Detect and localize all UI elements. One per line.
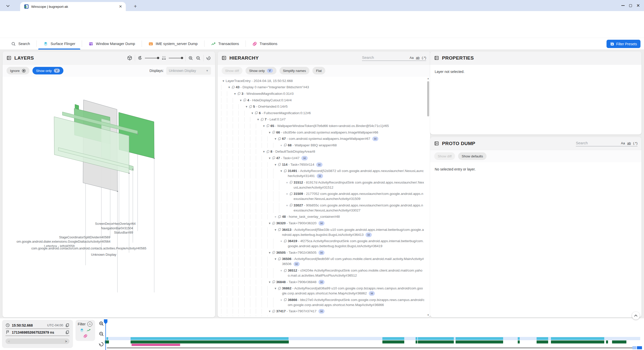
tree-node[interactable]: ▼37418 - ActivityRecord{46d86b3 u0 com.a… xyxy=(221,315,425,316)
tree-root-node[interactable]: ▼LayerTraceEntry - 2024-04-18, 15:50:52.… xyxy=(221,78,425,84)
tab-ime-system-server-dump[interactable]: IME system_server Dump xyxy=(142,38,204,50)
slider-knob[interactable] xyxy=(181,57,183,59)
tree-node[interactable]: ●48 - home_task_overlay_container#48 xyxy=(221,214,425,220)
spacing-slider[interactable] xyxy=(169,58,183,58)
expand-chevron-icon[interactable]: ▼ xyxy=(227,85,231,90)
match-case-icon[interactable]: Aa xyxy=(621,141,625,145)
surface-flinger-segment[interactable] xyxy=(382,337,404,340)
rotation-slider[interactable] xyxy=(145,58,159,58)
scroll-up-icon[interactable]: ▲ xyxy=(427,77,430,80)
tree-node[interactable]: ●36866 - bbc27e0 ActivityRecordInputSink… xyxy=(221,297,425,308)
hierarchy-search-input[interactable] xyxy=(362,55,408,60)
regex-icon[interactable]: (.*) xyxy=(633,141,637,145)
expand-chevron-icon[interactable]: ▼ xyxy=(279,168,284,173)
tree-node[interactable]: ▼67 - com.android.systemui.wallpapers.Im… xyxy=(221,136,425,142)
surface-flinger-segment[interactable] xyxy=(418,337,454,340)
surface-flinger-segment[interactable] xyxy=(518,337,520,340)
collapse-panel-icon[interactable] xyxy=(7,56,11,60)
browser-tab[interactable]: Winscope | bugreport-ak ✕ xyxy=(20,2,126,11)
displays-select[interactable]: Unknown Display ▼ xyxy=(166,67,211,75)
transactions-segment[interactable] xyxy=(518,340,520,343)
transactions-segment[interactable] xyxy=(537,340,548,343)
tree-node[interactable]: ▼36862 - ActivityRecord{a836a99 u10 com.… xyxy=(221,285,425,297)
layers-3d-canvas[interactable]: ScreenDecorHwcOverlay#64 NavigationBar0#… xyxy=(3,77,215,317)
tree-node[interactable]: ●31509 - 2177052 com.google.android.apps… xyxy=(221,191,425,202)
tab-window-manager-dump[interactable]: Window Manager Dump xyxy=(82,38,142,50)
expand-chevron-icon[interactable]: ▼ xyxy=(273,227,278,232)
maximize-icon[interactable] xyxy=(629,4,632,7)
tree-node[interactable]: ●68 - Wallpaper BBQ wrapper#68 xyxy=(221,142,425,149)
transactions-segment[interactable] xyxy=(456,340,503,343)
expand-chevron-icon[interactable]: ▼ xyxy=(267,130,272,135)
transactions-segment[interactable] xyxy=(418,340,454,343)
scrollbar-thumb[interactable] xyxy=(427,81,429,116)
tab-search[interactable]: Search xyxy=(5,38,36,50)
tree-node[interactable]: ▼7 - Leaf:0:1#7 xyxy=(221,116,425,123)
transitions-segment[interactable] xyxy=(132,344,180,346)
transactions-segment[interactable] xyxy=(416,340,417,343)
tree-node[interactable]: ●36419 - 4f275ca ActivityRecordInputSink… xyxy=(221,238,425,249)
filter-presets-button[interactable]: Filter Presets xyxy=(607,40,640,48)
expand-chevron-icon[interactable]: ▼ xyxy=(267,221,272,226)
surface-flinger-segment[interactable] xyxy=(551,337,604,340)
hierarchy-scrollbar[interactable]: ▲ ▼ xyxy=(427,77,430,317)
show-diff-button[interactable]: Show diff xyxy=(222,67,243,74)
collapse-panel-icon[interactable] xyxy=(434,141,439,146)
whole-word-icon[interactable]: ab xyxy=(416,56,419,60)
collapse-timeline-button[interactable] xyxy=(632,312,640,320)
expand-chevron-icon[interactable]: ▼ xyxy=(233,91,237,96)
timeline-tracks[interactable] xyxy=(107,318,640,350)
tree-node[interactable]: ▼36506 - ActivityRecord{9edb56f u0 com.y… xyxy=(221,256,425,268)
tab-search-button[interactable] xyxy=(4,2,12,10)
tab-transitions[interactable]: Transitions xyxy=(246,38,284,50)
tree-node[interactable]: ●31512 - 81917d ActivityRecordInputSink … xyxy=(221,179,425,191)
3d-view-icon[interactable] xyxy=(127,55,132,61)
expand-chevron-icon[interactable]: ▼ xyxy=(273,286,278,291)
timeline-zoom-in-icon[interactable] xyxy=(99,321,104,326)
expand-chevron-icon[interactable]: ▼ xyxy=(221,78,226,83)
surface-flinger-filter-icon[interactable] xyxy=(80,328,84,332)
expand-chevron-icon[interactable]: ▼ xyxy=(273,315,278,316)
surface-flinger-segment[interactable] xyxy=(131,337,289,340)
show-only-visible-button[interactable]: Show only V xyxy=(246,67,276,74)
new-tab-button[interactable]: + xyxy=(132,3,139,10)
expand-chevron-icon[interactable]: ▼ xyxy=(273,162,278,167)
proto-search-input[interactable] xyxy=(576,141,619,145)
tree-node[interactable]: ▼65 - WallpaperWindowToken{87b6d66 token… xyxy=(221,123,425,129)
zoom-in-icon[interactable] xyxy=(188,56,193,61)
expand-chevron-icon[interactable]: ▼ xyxy=(238,98,243,103)
expand-chevron-icon[interactable]: ▼ xyxy=(267,156,272,161)
transactions-segment[interactable] xyxy=(131,340,289,343)
copy-icon[interactable] xyxy=(65,323,69,327)
tree-node[interactable]: ▼47 - Task=1#47H xyxy=(221,155,425,161)
tree-node[interactable]: ▼6 - FullscreenMagnification:0:12#6 xyxy=(221,110,425,116)
tree-node[interactable]: ▼8 - DefaultTaskDisplayArea#8 xyxy=(221,149,425,155)
timestamp-ns[interactable]: 1713469852667522979 ns xyxy=(12,330,54,334)
flat-button[interactable]: Flat xyxy=(312,67,325,74)
show-only-visible-button[interactable]: Show only V xyxy=(32,67,63,74)
transactions-segment[interactable] xyxy=(551,340,604,343)
show-defaults-button[interactable]: Show defaults xyxy=(458,152,487,160)
expand-chevron-icon[interactable]: ▼ xyxy=(262,149,266,154)
surface-flinger-segment[interactable] xyxy=(416,337,417,340)
slider-knob[interactable] xyxy=(157,57,159,59)
expand-chevron-icon[interactable]: ▼ xyxy=(267,309,272,314)
tree-node[interactable]: ▼3 - WindowedMagnification:0:31#3 xyxy=(221,91,425,97)
expand-chevron-icon[interactable]: ▼ xyxy=(273,256,278,261)
previous-entry-button[interactable]: < xyxy=(8,339,10,343)
timeline-scrollbar[interactable] xyxy=(107,347,633,348)
collapse-panel-icon[interactable] xyxy=(434,56,439,60)
surface-flinger-segment[interactable] xyxy=(106,337,108,340)
whole-word-icon[interactable]: ab xyxy=(627,141,631,145)
expand-chevron-icon[interactable]: ▼ xyxy=(256,117,260,122)
tab-surface-flinger[interactable]: Surface Flinger xyxy=(37,38,82,50)
expand-chevron-icon[interactable]: ▼ xyxy=(244,104,249,109)
tree-node[interactable]: ●36512 - c04204e ActivityRecordInputSink… xyxy=(221,267,425,279)
timeline-scrollbar-handle[interactable] xyxy=(637,346,642,349)
tree-node[interactable]: ●33027 - 90b855c com.google.android.apps… xyxy=(221,202,425,214)
tree-node[interactable]: ▼36320 - Task=7900#36320H xyxy=(221,220,425,227)
transactions-segment[interactable] xyxy=(606,340,608,343)
timeline-reset-zoom-icon[interactable] xyxy=(99,341,104,347)
simplify-names-button[interactable]: Simplify names xyxy=(279,67,310,74)
surface-flinger-segment[interactable] xyxy=(537,337,548,340)
